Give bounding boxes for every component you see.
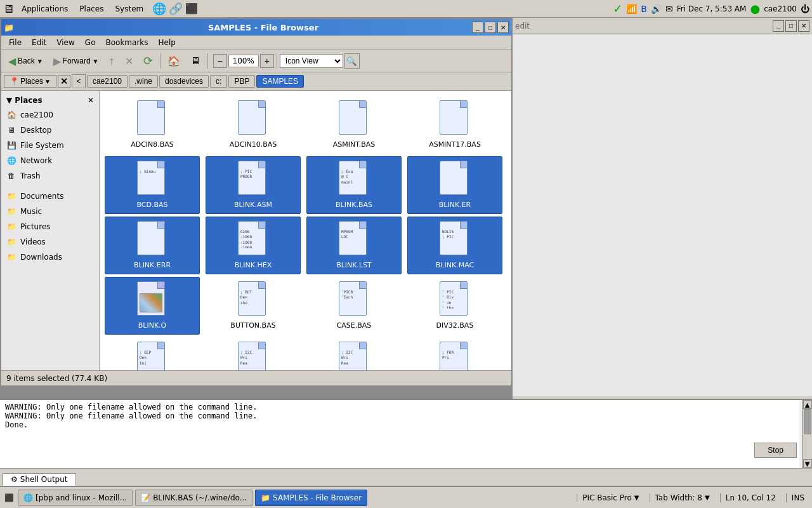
pic-basic-dropdown-icon[interactable]: ▼ — [634, 494, 639, 501]
breadcrumb-pbp[interactable]: PBP — [228, 75, 255, 88]
sidebar-item-desktop[interactable]: 🖥 Desktop — [1, 123, 99, 138]
shell-scroll-thumb[interactable] — [804, 409, 811, 434]
sidebar-item-downloads[interactable]: 📁 Downloads — [1, 250, 99, 265]
file-item[interactable]: ; PICPROGR BLINK.ASM — [206, 156, 301, 214]
window-maximize[interactable]: □ — [485, 22, 496, 33]
shell-output-content[interactable]: WARNING: Only one filename allowed on th… — [0, 400, 799, 468]
breadcrumb-dosdevices[interactable]: dosdevices — [159, 75, 209, 88]
view-selector[interactable]: Icon View — [280, 54, 343, 68]
shell-tab[interactable]: ⚙ Shell Output — [3, 473, 76, 486]
shell-scroll-down[interactable]: ▼ — [803, 459, 812, 468]
editor-close[interactable]: ✕ — [798, 20, 809, 32]
file-item[interactable]: ; binou BCD.BAS — [105, 156, 200, 214]
search-button[interactable]: 🔍 — [344, 53, 360, 69]
window-menu-button[interactable]: 📁 — [4, 23, 14, 32]
window-close[interactable]: ✕ — [497, 22, 509, 33]
menu-applications[interactable]: Applications — [16, 3, 73, 15]
power-icon[interactable]: ⏻ — [801, 4, 809, 14]
file-item[interactable]: 0200:1000:1000:1000:1000 BLINK.HEX — [206, 217, 301, 274]
menu-help[interactable]: Help — [154, 37, 181, 48]
breadcrumb-samples[interactable]: SAMPLES — [256, 75, 304, 88]
menu-places[interactable]: Places — [74, 3, 108, 15]
up-button[interactable]: ↑ — [105, 53, 119, 70]
sidebar-header: ▼ Places ✕ — [1, 93, 99, 107]
breadcrumb-nav-back[interactable]: < — [72, 74, 86, 88]
sidebar-item-documents[interactable]: 📁 Documents — [1, 189, 99, 204]
sidebar-item-videos[interactable]: 📁 Videos — [1, 234, 99, 250]
window-minimize[interactable]: _ — [472, 22, 483, 33]
shell-stop-button[interactable]: Stop — [754, 443, 797, 458]
file-area[interactable]: ADCIN8.BAS ADCIN10.BAS ASMINT.BAS ASMINT… — [100, 91, 511, 370]
forward-dropdown-icon[interactable]: ▼ — [93, 58, 99, 65]
refresh-button[interactable]: ⟳ — [139, 52, 157, 70]
computer-button[interactable]: 🖥 — [186, 53, 205, 69]
refresh-icon: ⟳ — [143, 54, 153, 68]
file-icon-base: ; EEPDenIni — [137, 342, 165, 370]
zoom-out-button[interactable]: − — [213, 54, 227, 68]
stop-button[interactable]: ✕ — [121, 53, 138, 69]
menu-system[interactable]: System — [110, 3, 148, 15]
home-button[interactable]: 🏠 — [163, 53, 185, 69]
sidebar-close-icon[interactable]: ✕ — [88, 96, 94, 105]
file-item[interactable]: ASMINT17.BAS — [407, 96, 502, 154]
file-label: BLINK.ASM — [232, 200, 275, 210]
file-item[interactable]: ; Exa@ Cmainl BLINK.BAS — [306, 156, 402, 214]
taskbar-filebrowser[interactable]: 📁 SAMPLES - File Browser — [255, 490, 367, 506]
taskbar-editor[interactable]: 📝 BLINK.BAS (~/.wine/do... — [135, 490, 252, 506]
taskbar-show-desktop[interactable]: ⬛ — [3, 491, 15, 504]
editor-maximize[interactable]: □ — [785, 20, 797, 32]
file-item[interactable]: ADCIN10.BAS — [206, 96, 301, 154]
menu-view[interactable]: View — [51, 37, 79, 48]
file-item[interactable]: ; I2CWriRea EE12CE.BAS — [206, 337, 301, 370]
file-item[interactable]: ADCIN8.BAS — [105, 96, 200, 154]
back-icon: ◀ — [8, 55, 16, 67]
places-button[interactable]: 📍 Places ▼ — [4, 75, 56, 88]
file-item[interactable]: ; FORPri FOR.BAS — [407, 337, 502, 370]
sidebar-item-pictures[interactable]: 📁 Pictures — [1, 219, 99, 234]
sidebar-item-music[interactable]: 📁 Music — [1, 204, 99, 219]
zoom-in-button[interactable]: + — [260, 54, 274, 68]
taskbar-firefox[interactable]: 🌐 [pbp and linux - Mozill... — [18, 490, 133, 506]
file-icon-base: ' PIC' Div' in' the — [440, 281, 468, 316]
menu-bookmarks[interactable]: Bookmarks — [100, 37, 153, 48]
menu-go[interactable]: Go — [80, 37, 101, 48]
back-button[interactable]: ◀ Back ▼ — [4, 53, 48, 69]
file-item[interactable]: ASMINT.BAS — [306, 96, 402, 154]
file-icon: ; PICPROGR — [238, 161, 268, 197]
menu-file[interactable]: File — [4, 37, 27, 48]
stop-icon: ✕ — [125, 55, 133, 67]
breadcrumb-cae2100[interactable]: cae2100 — [87, 75, 128, 88]
file-item[interactable]: ' PIC' Div' in' the DIV32.BAS — [407, 277, 502, 335]
sidebar-item-trash[interactable]: 🗑 Trash — [1, 168, 99, 184]
file-icon-content — [138, 222, 164, 248]
sidebar-item-home[interactable]: 🏠 cae2100 — [1, 107, 99, 123]
shell-scrollbar[interactable]: ▲ ▼ — [802, 400, 812, 468]
taskbar-right: PIC Basic Pro ▼ Tab Width: 8 ▼ Ln 10, Co… — [577, 493, 809, 502]
file-item[interactable]: NOLIS; PIC BLINK.MAC — [407, 217, 502, 274]
file-item[interactable]: ; BUTDensho BUTTON.BAS — [206, 277, 301, 335]
file-item[interactable]: ; I2CWriRea EE16CE.BAS — [306, 337, 402, 370]
file-item[interactable]: MPASMLOC BLINK.LST — [306, 217, 402, 274]
sidebar-filesystem-label: File System — [20, 141, 64, 150]
datetime: Fri Dec 7, 5:53 AM — [677, 4, 747, 13]
back-dropdown-icon[interactable]: ▼ — [37, 58, 43, 65]
file-item[interactable]: BLINK.ER — [407, 156, 502, 214]
sidebar-item-filesystem[interactable]: 💾 File System — [1, 138, 99, 153]
shell-scroll-up[interactable]: ▲ — [803, 400, 812, 409]
places-close-button[interactable]: ✕ — [58, 75, 70, 88]
breadcrumb-c[interactable]: c: — [210, 75, 227, 88]
editor-minimize[interactable]: _ — [773, 20, 784, 32]
toolbar-sep-2 — [207, 53, 208, 69]
file-icon-base: ; I2CWriRea — [238, 342, 266, 370]
file-item[interactable]: 'PICB'Each CASE.BAS — [306, 277, 402, 335]
tab-width-dropdown-icon[interactable]: ▼ — [705, 494, 710, 501]
forward-button[interactable]: ▶ Forward ▼ — [49, 53, 103, 69]
sidebar-desktop-label: Desktop — [20, 126, 52, 135]
menu-edit[interactable]: Edit — [27, 37, 51, 48]
file-item[interactable]: BLINK.O — [105, 277, 200, 335]
breadcrumb-wine[interactable]: .wine — [129, 75, 158, 88]
file-item[interactable]: BLINK.ERR — [105, 217, 200, 274]
file-item[interactable]: ; EEPDenIni EE.BAS — [105, 337, 200, 370]
file-label: BCD.BAS — [134, 200, 170, 210]
sidebar-item-network[interactable]: 🌐 Network — [1, 153, 99, 168]
